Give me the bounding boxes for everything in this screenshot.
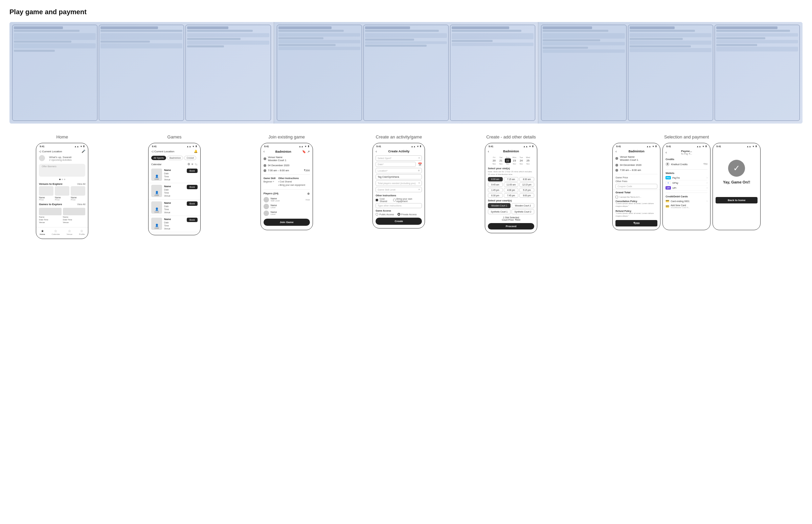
create-activity-btn[interactable]: Create: [375, 218, 422, 225]
status-time-payment: 9:41: [666, 145, 671, 148]
card-ending-item[interactable]: 💳 Card ending 0001 ›: [665, 199, 708, 203]
book-btn-4[interactable]: Book: [187, 218, 198, 222]
wireframes-section: Home 9:41 ▲▲ ▼ ▮ ◁ Current Location 🎤: [10, 134, 802, 239]
slot-600am[interactable]: 6:00 am: [488, 177, 503, 181]
type-instructions-placeholder: Type other instructions: [377, 204, 401, 207]
join-game-btn[interactable]: Join Game: [264, 219, 310, 226]
card-ending-name: Card ending 0001: [671, 200, 690, 202]
location-input[interactable]: Location* ⊕: [375, 168, 422, 173]
book-btn-3[interactable]: Book: [187, 201, 198, 206]
refund-title: Refund Policy: [615, 210, 657, 212]
slot-745pm[interactable]: 7:45 pm: [504, 193, 519, 198]
date-sun[interactable]: Sun 22 Nov: [505, 157, 511, 165]
back-btn-details[interactable]: ‹: [488, 150, 489, 153]
slot-630pm[interactable]: 6:30 pm: [488, 193, 503, 198]
coupon-code-field[interactable]: Coupon Code: [615, 184, 657, 189]
player-info-1: Name Skill Level: [271, 197, 280, 202]
select-sport-dropdown[interactable]: Select Sport* ▾: [375, 155, 422, 161]
date-mon[interactable]: Mon 23 Nov: [511, 157, 518, 165]
pill-cricket[interactable]: Cricket: [184, 156, 196, 160]
book-btn-1[interactable]: Book: [187, 168, 198, 173]
proceed-btn[interactable]: Proceed: [488, 223, 534, 229]
date-tue[interactable]: Tue 24 Nov: [518, 157, 524, 165]
notification-icon-games[interactable]: 🔔: [194, 150, 198, 153]
back-btn-payment[interactable]: ‹: [665, 151, 666, 154]
date-input[interactable]: Date*: [375, 162, 416, 167]
pill-badminton[interactable]: Badminton: [167, 156, 183, 160]
view-all-venues[interactable]: View All: [77, 183, 85, 185]
court-synthetic-1[interactable]: Synthetic Court 1: [488, 209, 510, 214]
type-instructions-field[interactable]: Type other instructions: [375, 203, 422, 208]
slot-145pm[interactable]: 1:45 pm: [488, 188, 503, 192]
slot-715am[interactable]: 7:15 am: [504, 177, 519, 181]
filter-icon[interactable]: ≡: [191, 163, 193, 166]
add-new-card-label: Add New Card: [671, 204, 690, 207]
tag-input[interactable]: Tag Club/Gymkhana: [375, 174, 422, 179]
skill-value: Beginner +: [264, 180, 276, 183]
slot-1100am[interactable]: 11:00 am: [504, 182, 519, 187]
total-players-dropdown[interactable]: Total players needed (including you) ▾: [375, 180, 422, 186]
court-wooden-1[interactable]: Wooden Court 1: [488, 203, 510, 208]
private-access-radio[interactable]: [397, 213, 400, 216]
nav-venue[interactable]: ☆Venue: [67, 229, 72, 235]
date-fri[interactable]: Fri 20 Nov: [491, 157, 497, 165]
player-info-2: Name Level: [271, 204, 277, 209]
card-arrow: ›: [707, 199, 708, 203]
back-btn-join[interactable]: ‹: [264, 150, 265, 153]
date-sat[interactable]: Sat 21 Nov: [498, 157, 504, 165]
summary-date-row: 04 December 2020: [613, 163, 660, 167]
public-access-item: Public Access: [375, 213, 394, 216]
skill-level-dropdown[interactable]: Game Skill Level ▾: [375, 187, 422, 192]
phone-status-games: 9:41 ▲▲ ▼ ▮: [149, 143, 200, 148]
sort-icon[interactable]: ↑↓: [194, 163, 198, 166]
court-synthetic-2[interactable]: Synthetic Court 2: [511, 209, 534, 214]
home-greeting: What's up, Swarali: [46, 155, 74, 159]
date-wed[interactable]: Wed 25 Nov: [525, 157, 531, 165]
slot-900pm[interactable]: 9:00 pm: [519, 193, 534, 198]
pay-amount-btn[interactable]: ₹200: [615, 220, 657, 227]
signal-icon-join: ▲▲: [299, 145, 304, 148]
nav-calendar[interactable]: ☆Calendar: [52, 229, 60, 235]
pill-all-sports[interactable]: All Sports: [151, 156, 166, 160]
wifi-icon-games: ▼: [192, 145, 194, 148]
paytm-item[interactable]: Ptm PayTm ›: [665, 175, 708, 180]
back-home-btn[interactable]: Back to home: [715, 197, 758, 203]
view-all-games[interactable]: View All: [77, 203, 85, 206]
slot-945am[interactable]: 9:45 am: [488, 182, 503, 187]
bookmark-icon[interactable]: 🔖: [302, 150, 306, 153]
book-btn-2[interactable]: Book: [187, 185, 198, 189]
bring-equipment-checkbox[interactable]: [393, 199, 396, 201]
mic-icon[interactable]: 🎤: [82, 150, 85, 153]
settings-icon[interactable]: ⚙: [187, 163, 190, 166]
cost-shared-checkbox[interactable]: [375, 199, 378, 201]
gpay-item[interactable]: G GPay ›: [665, 180, 708, 185]
slot-400pm[interactable]: 4:00 pm: [504, 188, 519, 192]
back-btn-summary[interactable]: ‹: [615, 150, 616, 153]
calendar-dot: [264, 164, 266, 167]
offer-banners: Offer Banners: [39, 164, 85, 177]
credits-label: Credits: [665, 158, 708, 161]
details-header: ‹ Badminton: [485, 148, 537, 154]
player-row-2: Name Level: [261, 203, 312, 210]
public-access-radio[interactable]: [375, 213, 378, 216]
slot-515pm[interactable]: 5:15 pm: [519, 188, 534, 192]
status-time-home: 9:41: [39, 145, 44, 148]
battery-icon-join: ▮: [308, 145, 309, 148]
slot-1215pm[interactable]: 12:15 pm: [519, 182, 534, 187]
status-icons-summary: ▲▲ ▼ ▮: [646, 145, 657, 148]
card-icon: 💳: [665, 199, 669, 203]
slot-830am[interactable]: 8:30 am: [519, 177, 534, 181]
add-card-item[interactable]: 💳 Add New Card Visa/Master Card N...: [665, 203, 708, 209]
group-title-create: Create an activity/game: [376, 134, 422, 140]
court-wooden-2[interactable]: Wooden Court 2: [511, 203, 534, 208]
khalilud-amount: ₹50: [704, 163, 708, 165]
refund-desc: "Lorem ipsum dolor sit amet, Lorem dolor…: [615, 212, 657, 218]
user-image-icon-2: 👤: [155, 191, 159, 194]
back-btn-create[interactable]: ‹: [375, 150, 376, 153]
nav-home[interactable]: ★Home: [39, 229, 45, 235]
add-player-icon[interactable]: ⊕: [307, 192, 310, 195]
upi-item[interactable]: UPI UPI ›: [665, 185, 708, 191]
terms-checkbox[interactable]: [615, 196, 618, 198]
share-icon[interactable]: ↗: [307, 150, 310, 153]
nav-profile[interactable]: ☆Profile: [79, 229, 85, 235]
